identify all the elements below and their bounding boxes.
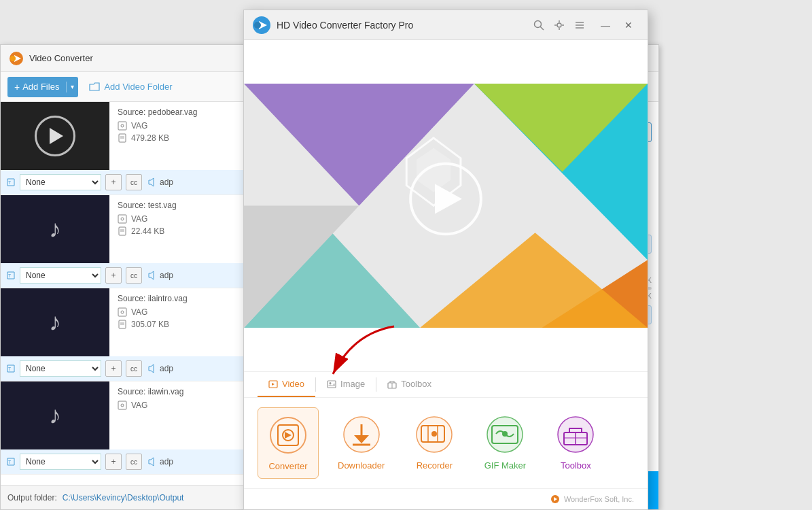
recorder-icon-wrap [414, 414, 455, 455]
add-folder-button[interactable]: Add Video Folder [84, 82, 177, 92]
file-size-icon-1 [118, 226, 127, 236]
svg-point-81 [502, 431, 508, 437]
tool-converter[interactable]: Converter [258, 407, 319, 479]
add-subtitle-button-2[interactable]: + [105, 360, 122, 377]
video-tab-label: Video [282, 379, 304, 389]
credit-text: WonderFox Soft, Inc. [564, 495, 634, 503]
settings-icon[interactable] [554, 20, 565, 31]
file-format-label-1: VAG [131, 214, 147, 224]
downloader-icon [342, 415, 381, 454]
file-size-label-1: 22.44 KB [131, 226, 164, 236]
file-size-icon [118, 133, 127, 143]
svg-point-2 [10, 56, 16, 61]
main-close-button[interactable]: ✕ [618, 16, 639, 35]
svg-text:T: T [8, 367, 12, 371]
tab-video[interactable]: Video [258, 372, 315, 397]
tool-recorder[interactable]: Recorder [404, 407, 465, 479]
subtitle-select-2[interactable]: None [20, 360, 101, 377]
tab-image[interactable]: Image [316, 372, 376, 397]
file-thumb-2: ♪ [1, 288, 109, 356]
cc-button-1[interactable]: cc [126, 267, 142, 284]
audio-icon-2 [146, 364, 156, 373]
hero-graphic [244, 40, 648, 371]
hero-area [244, 40, 648, 371]
play-triangle-icon [50, 128, 63, 144]
image-tab-label: Image [340, 379, 365, 389]
wonderfox-credit: WonderFox Soft, Inc. [244, 488, 648, 509]
svg-line-39 [540, 27, 544, 30]
plus-icon: + [14, 82, 20, 92]
subtitle-select-0[interactable]: None [20, 174, 101, 190]
video-file-icon-1 [118, 214, 127, 224]
music-icon-3: ♪ [49, 401, 61, 430]
svg-text:T: T [8, 273, 12, 278]
subtitle-icon-1: T [6, 271, 16, 280]
svg-point-63 [330, 382, 332, 384]
toolbox-tab-label: Toolbox [401, 379, 431, 389]
output-folder-label: Output folder: [7, 493, 57, 503]
svg-point-14 [121, 218, 124, 220]
converter-icon [268, 415, 308, 455]
subtitle-icon-2: T [6, 364, 16, 373]
gif-icon-wrap [484, 414, 525, 455]
add-subtitle-button-3[interactable]: + [105, 454, 122, 470]
gif-icon [485, 415, 525, 454]
search-icon[interactable] [533, 20, 544, 31]
add-folder-label: Add Video Folder [104, 82, 172, 92]
cc-button-0[interactable]: cc [126, 174, 142, 190]
subtitle-select-1[interactable]: None [20, 267, 101, 284]
tools-grid: Converter Downloader [244, 398, 648, 488]
tools-tabs: Video Image Toolbox [244, 372, 648, 398]
tools-area: Video Image Toolbox [244, 371, 648, 509]
toolbox-icon [556, 415, 595, 454]
subtitle-icon: T [6, 177, 16, 187]
svg-point-40 [557, 23, 561, 27]
svg-marker-64 [328, 383, 336, 386]
tool-toolbox[interactable]: Toolbox [545, 407, 606, 479]
main-title-icons: — ✕ [533, 16, 639, 35]
toolbox-label: Toolbox [561, 460, 591, 471]
output-folder-path: C:\Users\Kevincy\Desktop\Output [63, 493, 184, 503]
folder-icon [89, 82, 100, 92]
main-title-text: HD Video Converter Factory Pro [277, 20, 413, 31]
main-minimize-button[interactable]: — [595, 16, 616, 35]
tool-downloader[interactable]: Downloader [328, 407, 394, 479]
file-thumb-3: ♪ [1, 381, 109, 449]
video-file-icon-2 [118, 307, 127, 317]
play-button-icon [35, 116, 75, 156]
file-size-icon-2 [118, 320, 127, 329]
svg-point-26 [121, 404, 124, 407]
add-files-button[interactable]: + Add Files ▾ [7, 77, 78, 97]
file-thumb-1: ♪ [1, 195, 109, 263]
file-thumb-0 [1, 102, 109, 170]
svg-marker-61 [272, 383, 275, 386]
add-files-main[interactable]: + Add Files [7, 82, 67, 92]
add-subtitle-button-0[interactable]: + [105, 174, 122, 190]
svg-rect-25 [118, 401, 126, 409]
svg-point-8 [121, 124, 124, 127]
dropdown-arrow-icon[interactable]: ▾ [67, 83, 78, 90]
svg-text:T: T [8, 460, 12, 464]
music-icon-1: ♪ [49, 215, 61, 243]
cc-button-2[interactable]: cc [126, 360, 142, 377]
svg-rect-13 [118, 215, 126, 223]
audio-label-3: adp [160, 457, 173, 466]
video-file-icon-3 [118, 401, 127, 410]
image-tab-icon [327, 379, 336, 389]
audio-label-0: adp [160, 177, 173, 187]
subtitle-icon-3: T [6, 457, 16, 466]
audio-icon-1 [146, 271, 156, 280]
audio-label-1: adp [160, 271, 173, 280]
file-format-label-2: VAG [131, 307, 147, 317]
video-file-icon [118, 121, 127, 131]
cc-button-3[interactable]: cc [126, 454, 142, 470]
tool-gif-maker[interactable]: GIF Maker [474, 407, 535, 479]
menu-icon[interactable] [574, 20, 585, 31]
tab-toolbox[interactable]: Toolbox [376, 372, 442, 397]
add-subtitle-button-1[interactable]: + [105, 267, 122, 284]
file-format-label-3: VAG [131, 401, 147, 410]
file-size-label-0: 479.28 KB [131, 133, 169, 143]
subtitle-select-3[interactable]: None [20, 454, 101, 470]
svg-point-78 [431, 431, 437, 437]
music-icon-2: ♪ [49, 308, 61, 337]
